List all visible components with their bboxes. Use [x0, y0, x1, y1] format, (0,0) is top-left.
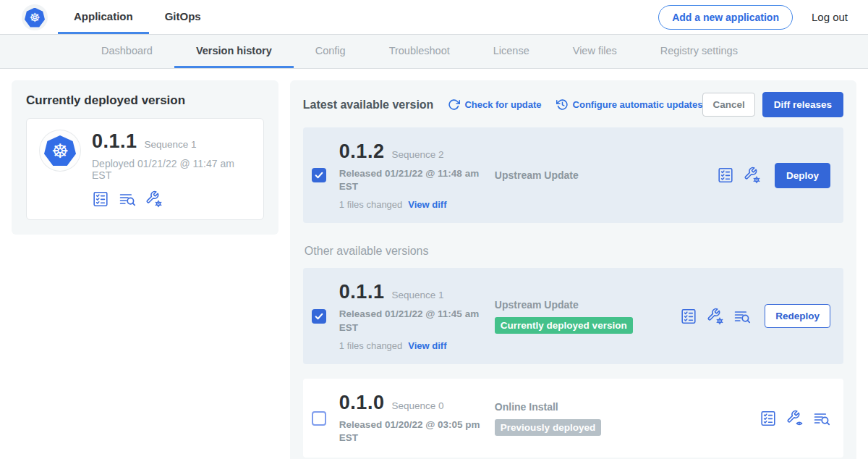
version-number: 0.1.2 — [339, 140, 385, 163]
version-row-0.1.0: 0.1.0Sequence 0Released 01/20/22 @ 03:05… — [303, 379, 843, 458]
latest-version-title: Latest available version — [303, 98, 434, 111]
deployment-status-badge: Currently deployed version — [495, 317, 633, 334]
sub-tab-view-files[interactable]: View files — [551, 35, 639, 68]
edit-config-icon[interactable] — [145, 190, 163, 208]
deployment-status-badge: Previously deployed — [495, 419, 601, 436]
logout-link[interactable]: Log out — [812, 11, 848, 23]
sequence-label: Sequence 1 — [391, 290, 443, 300]
deployed-version-number: 0.1.1 — [92, 130, 137, 153]
files-changed-label: 1 files changed — [339, 199, 402, 210]
deploy-logs-icon[interactable] — [733, 308, 751, 325]
edit-config-icon[interactable] — [744, 167, 761, 184]
currently-deployed-card: Currently deployed version 0.1.1 Sequenc… — [12, 80, 278, 235]
top-tab-application[interactable]: Application — [58, 0, 149, 34]
deployed-version-card: 0.1.1 Sequence 1 Deployed 01/21/22 @ 11:… — [26, 118, 264, 220]
deployed-timestamp: Deployed 01/21/22 @ 11:47 am EST — [92, 158, 250, 181]
sub-tab-license[interactable]: License — [472, 35, 551, 68]
view-diff-link[interactable]: View diff — [408, 340, 446, 351]
check-for-update-link[interactable]: Check for update — [448, 98, 541, 111]
deployed-actions — [92, 190, 250, 208]
redeploy-button[interactable]: Redeploy — [765, 304, 830, 328]
edit-config-icon[interactable] — [707, 308, 724, 325]
released-timestamp: Released 01/21/22 @ 11:48 am EST — [339, 167, 495, 193]
configure-automatic-updates-link[interactable]: Configure automatic updates — [556, 98, 703, 111]
released-timestamp: Released 01/21/22 @ 11:45 am EST — [339, 308, 495, 334]
top-nav-right: Add a new application Log out — [658, 0, 868, 34]
source-label: Online Install — [495, 401, 665, 413]
kubernetes-logo-icon — [22, 4, 48, 30]
preflight-checks-icon[interactable] — [717, 167, 734, 184]
other-versions-title: Other available versions — [305, 245, 843, 258]
clock-refresh-icon — [556, 98, 569, 111]
sub-tab-config[interactable]: Config — [294, 35, 367, 68]
version-row-0.1.2: 0.1.2Sequence 2Released 01/21/22 @ 11:48… — [303, 127, 843, 223]
version-checkbox[interactable] — [312, 168, 326, 182]
top-nav: ApplicationGitOps Add a new application … — [0, 0, 868, 35]
version-history-panel: Latest available version Check for updat… — [290, 80, 856, 459]
deployed-card-title: Currently deployed version — [26, 93, 264, 108]
version-info: 0.1.1Sequence 1Released 01/21/22 @ 11:45… — [339, 281, 495, 350]
app-logo — [40, 130, 80, 171]
sequence-label: Sequence 0 — [391, 400, 443, 411]
version-actions: Deploy — [717, 163, 830, 188]
configure-automatic-updates-label: Configure automatic updates — [573, 99, 703, 110]
source-label: Upstream Update — [495, 169, 665, 181]
version-info: 0.1.0Sequence 0Released 01/20/22 @ 03:05… — [339, 392, 495, 445]
version-info: 0.1.2Sequence 2Released 01/21/22 @ 11:48… — [339, 140, 495, 210]
sub-tab-registry-settings[interactable]: Registry settings — [639, 35, 760, 68]
other-versions-container: 0.1.1Sequence 1Released 01/21/22 @ 11:45… — [303, 268, 843, 458]
version-number: 0.1.1 — [339, 281, 385, 303]
version-source: Online InstallPreviously deployed — [495, 401, 665, 436]
top-tab-gitops[interactable]: GitOps — [149, 0, 217, 34]
diff-releases-button[interactable]: Diff releases — [762, 92, 843, 117]
deployed-version-details: 0.1.1 Sequence 1 Deployed 01/21/22 @ 11:… — [92, 130, 250, 208]
kubernetes-helm-icon — [44, 135, 76, 166]
header-buttons: Cancel Diff releases — [702, 92, 843, 117]
deploy-logs-icon[interactable] — [813, 410, 830, 427]
deploy-logs-icon[interactable] — [119, 190, 136, 208]
view-config-icon[interactable] — [786, 410, 804, 427]
sequence-label: Sequence 2 — [391, 149, 443, 160]
latest-version-header: Latest available version Check for updat… — [303, 92, 843, 117]
cancel-button[interactable]: Cancel — [702, 93, 754, 117]
version-row-0.1.1: 0.1.1Sequence 1Released 01/21/22 @ 11:45… — [303, 268, 843, 363]
sub-tab-version-history[interactable]: Version history — [174, 35, 294, 68]
deployed-sequence-label: Sequence 1 — [145, 139, 197, 150]
main-content: Currently deployed version 0.1.1 Sequenc… — [0, 69, 868, 459]
files-changed-label: 1 files changed — [339, 340, 402, 351]
released-timestamp: Released 01/20/22 @ 03:05 pm EST — [339, 418, 495, 445]
version-actions: Redeploy — [680, 304, 830, 328]
check-for-update-label: Check for update — [464, 99, 541, 110]
version-checkbox[interactable] — [312, 309, 326, 324]
version-source: Upstream Update — [495, 169, 665, 181]
latest-version-row-container: 0.1.2Sequence 2Released 01/21/22 @ 11:48… — [303, 127, 843, 223]
kubernetes-helm-icon — [25, 8, 45, 28]
sub-tab-troubleshoot[interactable]: Troubleshoot — [367, 35, 472, 68]
version-source: Upstream UpdateCurrently deployed versio… — [495, 299, 665, 334]
refresh-icon — [448, 98, 460, 111]
preflight-checks-icon[interactable] — [92, 190, 109, 208]
version-actions — [760, 410, 830, 427]
app-sub-nav: DashboardVersion historyConfigTroublesho… — [0, 35, 868, 69]
view-diff-link[interactable]: View diff — [408, 199, 446, 210]
top-tab-bar: ApplicationGitOps — [58, 0, 217, 34]
add-application-button[interactable]: Add a new application — [658, 5, 793, 30]
sub-tab-dashboard[interactable]: Dashboard — [80, 35, 174, 68]
version-number: 0.1.0 — [339, 392, 385, 414]
source-label: Upstream Update — [495, 299, 665, 311]
deploy-button[interactable]: Deploy — [775, 163, 830, 188]
preflight-checks-icon[interactable] — [760, 410, 777, 427]
preflight-checks-icon[interactable] — [680, 308, 697, 325]
version-checkbox[interactable] — [312, 411, 326, 426]
